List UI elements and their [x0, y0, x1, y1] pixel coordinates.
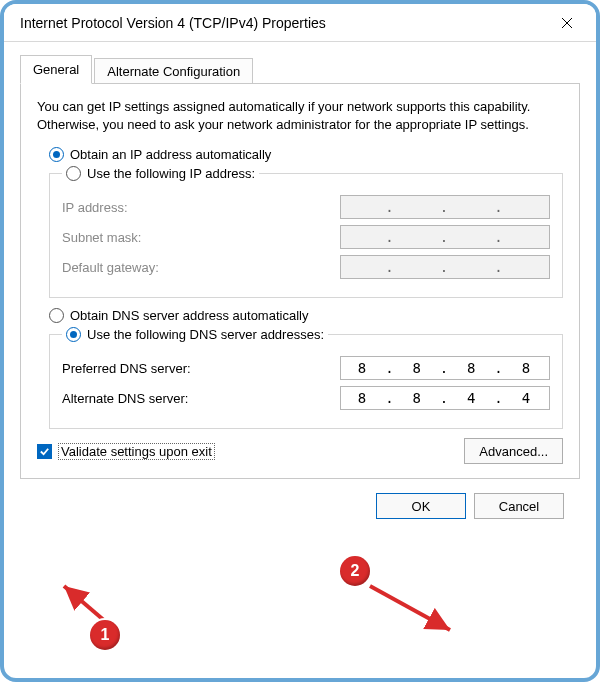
close-button[interactable] [548, 4, 586, 42]
radio-dns-manual[interactable]: Use the following DNS server addresses: [62, 327, 328, 342]
radio-dns-auto[interactable]: Obtain DNS server address automatically [49, 308, 563, 323]
tab-general[interactable]: General [20, 55, 92, 84]
cancel-button[interactable]: Cancel [474, 493, 564, 519]
label-alternate-dns: Alternate DNS server: [62, 391, 340, 406]
radio-icon [49, 308, 64, 323]
label-subnet-mask: Subnet mask: [62, 230, 340, 245]
radio-ip-manual[interactable]: Use the following IP address: [62, 166, 259, 181]
label-preferred-dns: Preferred DNS server: [62, 361, 340, 376]
checkbox-validate-label: Validate settings upon exit [58, 443, 215, 460]
radio-ip-auto[interactable]: Obtain an IP address automatically [49, 147, 563, 162]
label-ip-address: IP address: [62, 200, 340, 215]
dialog-footer: OK Cancel [20, 479, 580, 519]
radio-dns-auto-label: Obtain DNS server address automatically [70, 308, 308, 323]
radio-ip-auto-label: Obtain an IP address automatically [70, 147, 271, 162]
tab-strip: General Alternate Configuration [20, 54, 580, 83]
dns-manual-group: Use the following DNS server addresses: … [49, 327, 563, 429]
close-icon [561, 17, 573, 29]
annotation-arrow-1 [58, 580, 128, 630]
svg-line-3 [370, 586, 450, 630]
radio-icon [49, 147, 64, 162]
advanced-button[interactable]: Advanced... [464, 438, 563, 464]
label-default-gateway: Default gateway: [62, 260, 340, 275]
row-default-gateway: Default gateway: . . . [62, 255, 550, 279]
radio-icon [66, 327, 81, 342]
dialog-window: Internet Protocol Version 4 (TCP/IPv4) P… [0, 0, 600, 682]
input-preferred-dns[interactable]: 8. 8. 8. 8 [340, 356, 550, 380]
window-title: Internet Protocol Version 4 (TCP/IPv4) P… [20, 15, 548, 31]
ok-button-label: OK [412, 499, 431, 514]
cancel-button-label: Cancel [499, 499, 539, 514]
tab-panel-general: You can get IP settings assigned automat… [20, 83, 580, 479]
ip-manual-group: Use the following IP address: IP address… [49, 166, 563, 298]
tab-general-label: General [33, 62, 79, 77]
radio-ip-manual-label: Use the following IP address: [87, 166, 255, 181]
row-ip-address: IP address: . . . [62, 195, 550, 219]
annotation-callout-2: 2 [340, 556, 370, 586]
tab-alternate-configuration[interactable]: Alternate Configuration [94, 58, 253, 84]
radio-icon [66, 166, 81, 181]
input-alternate-dns[interactable]: 8. 8. 4. 4 [340, 386, 550, 410]
row-alternate-dns: Alternate DNS server: 8. 8. 4. 4 [62, 386, 550, 410]
tab-alternate-label: Alternate Configuration [107, 64, 240, 79]
input-subnet-mask: . . . [340, 225, 550, 249]
input-default-gateway: . . . [340, 255, 550, 279]
row-preferred-dns: Preferred DNS server: 8. 8. 8. 8 [62, 356, 550, 380]
svg-line-2 [64, 586, 106, 622]
annotation-arrow-2 [364, 580, 464, 640]
advanced-button-label: Advanced... [479, 444, 548, 459]
ok-button[interactable]: OK [376, 493, 466, 519]
annotation-callout-1: 1 [90, 620, 120, 650]
titlebar: Internet Protocol Version 4 (TCP/IPv4) P… [4, 4, 596, 42]
input-ip-address: . . . [340, 195, 550, 219]
row-subnet-mask: Subnet mask: . . . [62, 225, 550, 249]
radio-dns-manual-label: Use the following DNS server addresses: [87, 327, 324, 342]
check-icon [37, 444, 52, 459]
intro-text: You can get IP settings assigned automat… [37, 98, 563, 133]
